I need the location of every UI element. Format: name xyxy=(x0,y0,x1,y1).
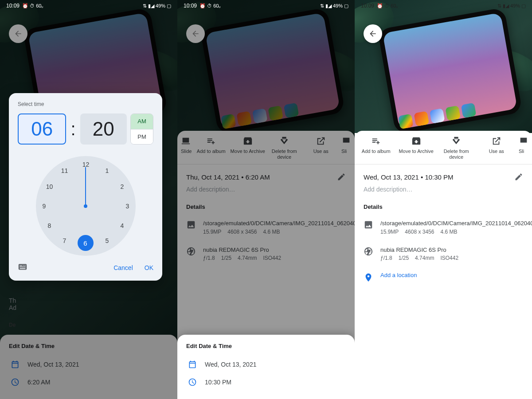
clock-num-3[interactable]: 3 xyxy=(122,200,133,212)
edit-datetime-sheet: Edit Date & Time Wed, Oct 13, 2021 6:20 … xyxy=(0,335,177,399)
back-button[interactable] xyxy=(364,24,382,43)
calendar-icon xyxy=(188,360,197,369)
open-in-new-icon xyxy=(492,136,501,146)
clock-face[interactable]: 6 12 1 2 3 4 5 7 8 9 10 11 xyxy=(36,156,136,256)
ampm-toggle: AM PM xyxy=(130,113,153,145)
edit-datetime-icon[interactable] xyxy=(337,172,346,181)
clock-num-1[interactable]: 1 xyxy=(102,165,113,176)
location-icon xyxy=(364,273,373,282)
add-location-row[interactable]: Add a location xyxy=(355,268,532,289)
photo-info-sheet: Add to album Move to Archive Delete from… xyxy=(355,131,532,399)
file-detail-row: /storage/emulated/0/DCIM/Camera/IMG_2021… xyxy=(177,215,355,242)
image-icon xyxy=(364,220,373,230)
clock-num-8[interactable]: 8 xyxy=(44,220,55,231)
photo-datetime: Wed, Oct 13, 2021 • 10:30 PM xyxy=(364,173,454,181)
edit-date-row[interactable]: Wed, Oct 13, 2021 xyxy=(186,356,346,373)
arrow-back-icon xyxy=(191,29,200,38)
aperture-icon xyxy=(186,246,196,256)
photo-datetime: Thu, Oct 14, 2021 • 6:20 AM xyxy=(186,173,270,181)
action-slideshow-right[interactable]: Sli xyxy=(517,136,530,160)
delete-device-icon xyxy=(279,136,289,146)
slideshow-icon xyxy=(181,136,191,146)
statusbar-right-icons: ⇅ ▮◢ 49% ▢ xyxy=(143,3,171,9)
timepicker-title: Select time xyxy=(18,101,153,107)
clock-selected-hour[interactable]: 6 xyxy=(78,235,94,251)
time-colon: : xyxy=(70,119,76,139)
details-title: Details xyxy=(177,200,355,215)
file-path: /storage/emulated/0/DCIM/Camera/IMG_2021… xyxy=(380,219,532,228)
archive-icon xyxy=(243,136,253,146)
edit-datetime-title: Edit Date & Time xyxy=(186,343,346,349)
clock-hand xyxy=(85,167,86,206)
back-button[interactable] xyxy=(9,24,27,43)
add-location-link[interactable]: Add a location xyxy=(380,272,417,278)
clock-num-12[interactable]: 12 xyxy=(80,159,92,170)
slideshow-icon xyxy=(341,136,351,146)
hour-field[interactable]: 06 xyxy=(18,113,66,145)
description-input[interactable]: Add description… xyxy=(355,183,532,200)
edit-time-value: 10:30 PM xyxy=(205,379,231,386)
calendar-icon xyxy=(11,360,20,369)
action-use-as[interactable]: Use as xyxy=(477,136,516,160)
panel-2-edit-sheet: 10:09⏰ ⏱ 60ᵤ ⇅ ▮◢ 49% ▢ Slide Add to alb… xyxy=(177,0,355,399)
cancel-button[interactable]: Cancel xyxy=(113,264,133,271)
keyboard-input-toggle[interactable] xyxy=(18,262,27,274)
action-move-to-archive[interactable]: Move to Archive xyxy=(230,136,266,160)
time-picker-dialog: Select time 06 : 20 AM PM 6 12 1 2 3 4 5… xyxy=(9,93,162,281)
keyboard-icon xyxy=(18,262,27,272)
clock-icon xyxy=(188,378,197,387)
edit-time-value: 6:20 AM xyxy=(27,379,50,386)
photo-background xyxy=(355,0,532,133)
description-input[interactable]: Add description… xyxy=(177,183,355,200)
edit-time-row[interactable]: 6:20 AM xyxy=(9,373,168,391)
clock-num-9[interactable]: 9 xyxy=(39,200,50,212)
open-in-new-icon xyxy=(316,136,326,146)
am-option[interactable]: AM xyxy=(131,114,153,129)
status-bar: 10:09⏰ ⏱ 60ᵤ ⇅ ▮◢ 49% ▢ xyxy=(355,0,532,12)
edit-time-row[interactable]: 10:30 PM xyxy=(186,373,346,391)
image-icon xyxy=(186,220,196,230)
action-add-to-album[interactable]: Add to album xyxy=(193,136,229,160)
clock-center-dot xyxy=(84,204,87,208)
clock-num-7[interactable]: 7 xyxy=(59,235,70,246)
camera-model: nubia REDMAGIC 6S Pro xyxy=(380,246,458,254)
details-title: Details xyxy=(355,200,532,215)
clock-num-2[interactable]: 2 xyxy=(117,181,128,192)
ok-button[interactable]: OK xyxy=(145,264,153,271)
clock-num-4[interactable]: 4 xyxy=(117,220,128,231)
panel-3-info: 10:09⏰ ⏱ 60ᵤ ⇅ ▮◢ 49% ▢ Add to album Mov… xyxy=(355,0,532,399)
clock-icon xyxy=(11,378,20,387)
minute-field[interactable]: 20 xyxy=(80,113,127,145)
panel-1-timepicker: 10:09⏰ ⏱ 60ᵤ ⇅ ▮◢ 49% ▢ Th Ad De Edit Da… xyxy=(0,0,177,399)
action-slideshow[interactable]: Slide xyxy=(179,136,192,160)
edit-datetime-icon[interactable] xyxy=(514,172,523,181)
camera-model: nubia REDMAGIC 6S Pro xyxy=(203,246,281,254)
edit-date-value: Wed, Oct 13, 2021 xyxy=(27,361,79,368)
action-slideshow-right[interactable]: Sli xyxy=(340,136,353,160)
camera-detail-row: nubia REDMAGIC 6S Pro ƒ/1.81/254.74mmISO… xyxy=(177,242,355,269)
arrow-back-icon xyxy=(14,29,23,38)
action-delete-from-device[interactable]: Delete from device xyxy=(437,136,476,160)
camera-detail-row: nubia REDMAGIC 6S Pro ƒ/1.81/254.74mmISO… xyxy=(355,242,532,269)
statusbar-time: 10:09 xyxy=(6,3,20,9)
action-add-to-album[interactable]: Add to album xyxy=(356,136,396,160)
clock-num-10[interactable]: 10 xyxy=(44,181,55,192)
pm-option[interactable]: PM xyxy=(131,129,153,145)
edit-datetime-title: Edit Date & Time xyxy=(9,343,168,349)
arrow-back-icon xyxy=(368,29,377,38)
back-button[interactable] xyxy=(186,24,205,43)
playlist-add-icon xyxy=(206,136,216,146)
playlist-add-icon xyxy=(371,136,381,146)
archive-icon xyxy=(411,136,421,146)
clock-num-11[interactable]: 11 xyxy=(59,165,70,176)
action-use-as[interactable]: Use as xyxy=(303,136,339,160)
slideshow-icon xyxy=(519,136,528,146)
action-row: Add to album Move to Archive Delete from… xyxy=(355,131,532,164)
delete-device-icon xyxy=(451,136,461,146)
clock-num-5[interactable]: 5 xyxy=(102,235,113,246)
edit-date-value: Wed, Oct 13, 2021 xyxy=(205,361,256,368)
edit-date-row[interactable]: Wed, Oct 13, 2021 xyxy=(9,356,168,373)
action-move-to-archive[interactable]: Move to Archive xyxy=(397,136,436,160)
action-delete-from-device[interactable]: Delete from device xyxy=(266,136,302,160)
status-bar: 10:09⏰ ⏱ 60ᵤ ⇅ ▮◢ 49% ▢ xyxy=(0,0,177,12)
